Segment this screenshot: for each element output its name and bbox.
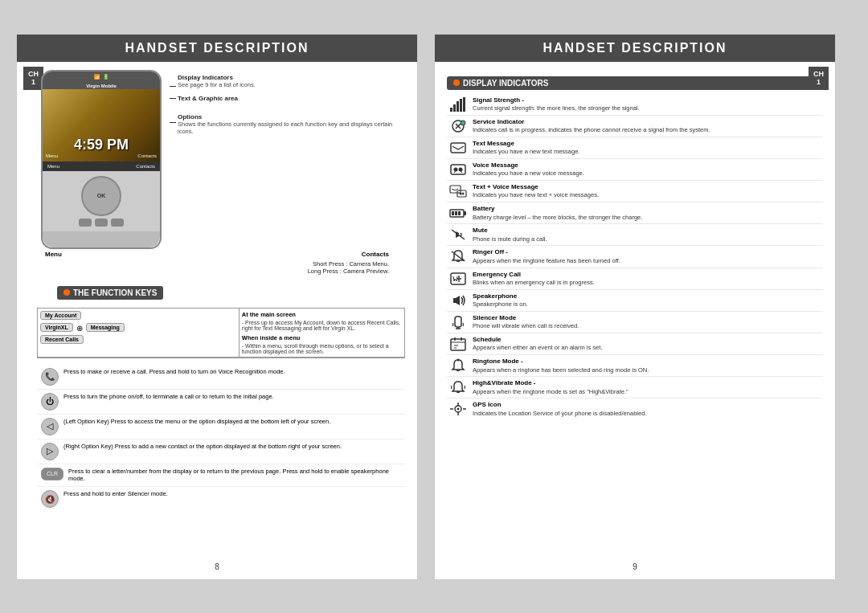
svg-point-6 [461, 121, 465, 125]
fk-left-option-text: (Left Option Key) Press to access the me… [63, 418, 401, 426]
indicator-battery: Battery Battery charge level – the more … [447, 202, 823, 224]
page-number-right: 9 [633, 562, 637, 571]
schedule-text: Schedule Appears when either an event or… [473, 336, 821, 352]
indicator-ringtone: Ringtone Mode - Appears when a ringtone … [447, 355, 823, 377]
fk-item-right-option: ▷ (Right Option Key) Press to add a new … [37, 439, 405, 464]
phone-buttons-row [79, 219, 124, 227]
svg-rect-2 [457, 101, 459, 112]
callout-line-3 [170, 122, 176, 123]
display-dot [453, 80, 460, 86]
svg-rect-4 [463, 97, 465, 112]
speakerphone-text: Speakerphone Speakerphone is on. [473, 292, 821, 309]
fk-silencer-text: Press and hold to enter Silencer mode. [63, 490, 401, 498]
section-dot [63, 289, 70, 296]
fk-nav-table: My Account VirginXL ⊕ Messaging Recent C… [37, 308, 405, 358]
fk-item-power: ⏻ Press to turn the phone on/off, to ter… [37, 390, 405, 415]
schedule-icon [448, 336, 468, 352]
callout-line-2 [170, 98, 176, 99]
svg-point-14 [462, 193, 465, 195]
fk-col-left: My Account VirginXL ⊕ Messaging Recent C… [38, 309, 240, 357]
svg-point-40 [457, 408, 460, 411]
ringer-off-icon [448, 248, 468, 264]
display-section: DISPLAY INDICATORS Signal Strength - Cur… [435, 70, 835, 420]
voice-message-icon [448, 161, 468, 178]
indicator-mute: Mute Phone is mute during a call. [447, 224, 823, 246]
indicator-highvibrate: High&Vibrate Mode - Appears when the rin… [447, 377, 823, 398]
silencer-mode-icon [448, 314, 468, 330]
phone-image-wrapper: 📶🔋 Virgin Mobile 4:59 PM MenuContacts Me… [41, 70, 170, 249]
page-number-left: 8 [215, 562, 219, 571]
svg-rect-18 [455, 211, 457, 215]
fk-btn-row: VirginXL ⊕ Messaging [40, 323, 236, 333]
emergency-call-icon [448, 271, 468, 287]
short-press-label: Short Press : Camera Menu. [45, 260, 389, 268]
phone-screen: 4:59 PM MenuContacts [43, 89, 160, 161]
svg-rect-3 [460, 99, 462, 112]
fk-table-top: My Account VirginXL ⊕ Messaging Recent C… [38, 309, 404, 358]
indicator-signal: Signal Strength - Current signal strengt… [447, 94, 823, 116]
function-keys-header: THE FUNCTION KEYS [57, 286, 163, 300]
svg-rect-19 [458, 211, 461, 215]
svg-rect-25 [455, 317, 461, 327]
fk-item-silencer: 🔇 Press and hold to enter Silencer mode. [37, 487, 405, 511]
my-account-btn: My Account [40, 311, 81, 320]
battery-icon [448, 205, 468, 221]
gps-text: GPS Icon Indicates the Location Service … [473, 401, 821, 417]
menu-contacts-row: Menu Contacts [17, 251, 417, 258]
phone-time: 4:59 PM [46, 137, 157, 153]
indicator-emergency: Emergency Call Blinks when an emergency … [447, 268, 823, 290]
ch-badge-right: CH1 [809, 67, 829, 91]
when-inside-menu-desc: - Within a menu, scroll through menu opt… [242, 343, 402, 354]
gps-icon [448, 401, 468, 417]
right-option-icon: ▷ [41, 443, 59, 460]
left-option-icon: ◁ [41, 418, 59, 435]
svg-rect-7 [451, 143, 465, 153]
callout-line-1 [170, 86, 176, 87]
fk-power-text: Press to turn the phone on/off, to termi… [63, 393, 401, 401]
fk-clr-text: Press to clear a letter/number from the … [68, 468, 401, 484]
menu-label: Menu [45, 251, 62, 258]
main-container: HANDSET DESCRIPTION CH1 📶🔋 Virgin Mobile… [16, 34, 852, 580]
label-display-indicators: Display Indicators See page 9 for a list… [178, 74, 401, 88]
fk-item-clr: CLR Press to clear a letter/number from … [37, 464, 405, 488]
fk-item-left-option: ◁ (Left Option Key) Press to access the … [37, 415, 405, 439]
indicator-ringer-off: Ringer Off - Appears when the ringtone f… [447, 246, 823, 268]
right-page: HANDSET DESCRIPTION CH1 DISPLAY INDICATO… [434, 34, 836, 580]
messaging-btn: Messaging [86, 323, 125, 332]
phone-diagram-area: 📶🔋 Virgin Mobile 4:59 PM MenuContacts Me… [17, 70, 417, 249]
silencer-mode-text: Silencer Mode Phone will vibrate when ca… [473, 314, 821, 330]
text-voice-text: Text + Voice Message Indicates you have … [473, 183, 821, 199]
svg-rect-17 [452, 211, 454, 215]
recent-calls-btn: Recent Calls [40, 335, 84, 344]
speakerphone-icon [448, 292, 468, 309]
battery-text: Battery Battery charge level – the more … [473, 205, 821, 221]
highvibrate-icon [448, 379, 468, 395]
clr-icon: CLR [41, 468, 63, 480]
indicator-text-voice: Text + Voice Message Indicates you have … [447, 181, 823, 202]
ringtone-mode-text: Ringtone Mode - Appears when a ringtone … [473, 358, 821, 374]
svg-rect-8 [451, 165, 465, 174]
diagram-labels: Display Indicators See page 9 for a list… [178, 70, 401, 138]
phone-bottom [43, 231, 160, 247]
power-icon: ⏻ [41, 393, 59, 411]
phone-dpad: OK [81, 176, 121, 216]
display-indicators-header: DISPLAY INDICATORS [447, 76, 823, 90]
emergency-text: Emergency Call Blinks when an emergency … [473, 271, 821, 287]
phone-nav-area: OK [43, 171, 160, 231]
mute-icon [448, 227, 468, 243]
call-icon: 📞 [41, 368, 59, 386]
phone-btn-3 [111, 219, 124, 227]
indicator-service: Service Indicator Indicates call is in p… [447, 116, 823, 137]
camera-labels: Short Press : Camera Menu. Long Press : … [17, 260, 417, 275]
signal-strength-icon [448, 96, 468, 112]
phone-mockup: 📶🔋 Virgin Mobile 4:59 PM MenuContacts Me… [41, 70, 162, 249]
fk-item-call: 📞 Press to make or receive a call. Press… [37, 365, 405, 390]
text-message-text: Text Message Indicates you have a new te… [473, 140, 821, 156]
silencer-icon: 🔇 [41, 490, 59, 508]
left-page-title: HANDSET DESCRIPTION [17, 35, 417, 62]
svg-rect-16 [464, 211, 466, 215]
fk-col-right: At the main screen - Press up to access … [240, 309, 404, 357]
indicator-speakerphone: Speakerphone Speakerphone is on. [447, 290, 823, 312]
phone-top-bar: 📶🔋 [43, 72, 160, 83]
voice-message-text: Voice Message Indicates you have a new v… [473, 161, 821, 178]
